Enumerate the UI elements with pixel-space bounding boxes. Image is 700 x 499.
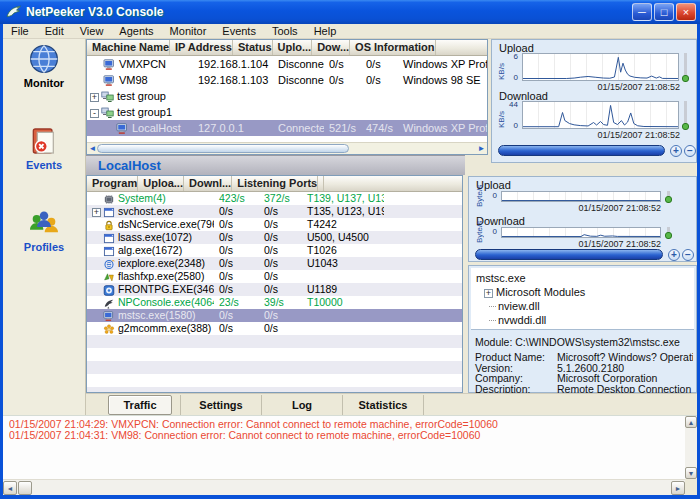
column-header[interactable]: Uploa... xyxy=(138,176,184,191)
column-header[interactable]: Uplo... xyxy=(273,40,313,55)
scroll-right-icon[interactable]: ► xyxy=(476,143,487,154)
host-upload-timestamp: 01/15/2007 21:08:52 xyxy=(533,203,661,213)
column-header[interactable]: OS Information xyxy=(350,40,435,55)
column-header[interactable]: Program xyxy=(87,176,138,191)
module-tree-root[interactable]: mstsc.exe xyxy=(476,271,694,285)
scroll-up-icon[interactable]: ▲ xyxy=(685,416,697,428)
sidebar: Monitor Events Profiles xyxy=(3,39,86,415)
program-row[interactable]: dsNcService.exe(796) 0/s 0/s T4242 xyxy=(87,218,462,231)
machine-table-hscrollbar[interactable]: ◄ ► xyxy=(87,142,487,154)
slider-thumb[interactable] xyxy=(682,123,689,130)
download-ymax-tick: 44 xyxy=(504,100,518,109)
column-header[interactable]: Listening Ports xyxy=(232,176,318,191)
zoom-out-icon[interactable]: − xyxy=(682,249,694,261)
menu-item[interactable]: File xyxy=(3,25,37,37)
slider-thumb[interactable] xyxy=(665,196,672,203)
scroll-down-icon[interactable]: ▼ xyxy=(685,467,697,479)
menu-item[interactable]: Monitor xyxy=(162,25,215,37)
scroll-left-icon[interactable]: ◄ xyxy=(3,481,17,495)
program-row[interactable]: g2mcomm.exe(388) 0/s 0/s xyxy=(87,322,462,335)
flower-icon xyxy=(103,324,115,335)
slider-thumb[interactable] xyxy=(665,232,672,239)
log-vscrollbar[interactable]: ▲ ▼ xyxy=(685,416,697,479)
program-row[interactable]: alg.exe(1672) 0/s 0/s T1026 xyxy=(87,244,462,257)
machine-row[interactable]: -test group1 xyxy=(87,104,487,120)
menu-item[interactable]: Tools xyxy=(264,25,306,37)
machine-row[interactable]: +test group xyxy=(87,88,487,104)
program-row[interactable]: iexplore.exe(2348) 0/s 0/s U1043 xyxy=(87,257,462,270)
menu-bar: FileEditViewAgentsMonitorEventsToolsHelp xyxy=(3,24,697,39)
module-tree: mstsc.exe +Microsoft Modules nview.dll n… xyxy=(471,268,694,330)
title-bar[interactable]: NetPeeker V3.0 Console ─ □ × xyxy=(0,0,700,24)
machine-table: Machine NameIP AddressStatusUplo...Dow..… xyxy=(86,39,488,155)
host-download-ymin-tick: 0 xyxy=(483,227,497,236)
menu-item[interactable]: Events xyxy=(214,25,264,37)
zoom-out-icon[interactable]: − xyxy=(684,145,696,157)
program-row[interactable]: NPConsole.exe(4064) 23/s 39/s T10000 xyxy=(87,296,462,309)
host-upload-chart-slider[interactable] xyxy=(667,191,670,202)
module-item[interactable]: nvwddi.dll xyxy=(476,313,694,327)
program-table: ProgramUploa...Downl...Listening Ports S… xyxy=(86,175,463,393)
time-range-scrollbar[interactable] xyxy=(475,249,663,260)
expander-icon[interactable]: + xyxy=(90,93,99,102)
module-item[interactable]: nview.dll xyxy=(476,299,694,313)
host-download-chart-slider[interactable] xyxy=(667,227,670,238)
zoom-in-icon[interactable]: + xyxy=(670,145,682,157)
program-row[interactable]: flashfxp.exe(2580) 0/s 0/s xyxy=(87,270,462,283)
column-header[interactable]: Status xyxy=(233,40,273,55)
program-row[interactable]: System(4) 423/s 372/s T139, U137, U138, … xyxy=(87,192,462,205)
globe-icon xyxy=(28,43,60,75)
menu-item[interactable]: Help xyxy=(306,25,345,37)
module-path: Module: C:\WINDOWS\system32\mstsc.exe xyxy=(475,336,693,348)
machine-row[interactable]: VMXPCN 192.168.1.104 Disconnec... 0/s 0/… xyxy=(87,56,487,72)
program-row[interactable]: mstsc.exe(1580) 0/s 0/s xyxy=(87,309,462,322)
minimize-icon[interactable]: ─ xyxy=(632,3,652,21)
download-chart-slider[interactable] xyxy=(684,101,687,129)
column-header[interactable] xyxy=(318,176,324,191)
window-title: NetPeeker V3.0 Console xyxy=(26,5,632,19)
frontpage-icon xyxy=(103,285,115,296)
time-range-scrollbar[interactable] xyxy=(498,145,665,156)
host-download-chart xyxy=(501,227,661,238)
upload-chart-slider[interactable] xyxy=(684,53,687,81)
log-hscrollbar[interactable]: ◄ ► xyxy=(3,479,685,495)
scrollbar-thumb[interactable] xyxy=(97,144,349,153)
sidebar-item[interactable]: Monitor xyxy=(24,43,64,89)
lock-icon xyxy=(103,220,115,231)
machine-row[interactable]: LocalHost 127.0.0.1 Connected 521/s 474/… xyxy=(87,120,487,136)
column-header[interactable]: IP Address xyxy=(170,40,233,55)
tab[interactable]: Statistics xyxy=(343,395,424,415)
sidebar-item[interactable]: Profiles xyxy=(24,207,64,253)
menu-item[interactable]: Edit xyxy=(37,25,72,37)
module-tree-group[interactable]: +Microsoft Modules xyxy=(476,285,694,299)
scrollbar-thumb[interactable] xyxy=(18,481,32,495)
download-chart xyxy=(522,101,679,129)
program-row[interactable]: FRONTPG.EXE(3460) 0/s 0/s U1189 xyxy=(87,283,462,296)
expander-icon[interactable]: - xyxy=(90,109,99,118)
program-row[interactable]: lsass.exe(1072) 0/s 0/s U500, U4500 xyxy=(87,231,462,244)
column-header[interactable]: Machine Name xyxy=(87,40,170,55)
program-row[interactable]: +svchost.exe 0/s 0/s T135, U123, U1900, … xyxy=(87,205,462,218)
zoom-in-icon[interactable]: + xyxy=(668,249,680,261)
host-download-timestamp: 01/15/2007 21:08:52 xyxy=(533,239,661,249)
tab[interactable]: Settings xyxy=(181,395,262,415)
scroll-right-icon[interactable]: ► xyxy=(671,481,685,495)
sidebar-item[interactable]: Events xyxy=(26,125,62,171)
menu-item[interactable]: Agents xyxy=(111,25,161,37)
slider-thumb[interactable] xyxy=(682,75,689,82)
machine-row[interactable]: VM98 192.168.1.103 Disconnec... 0/s 0/s … xyxy=(87,72,487,88)
scrollbar-corner xyxy=(685,479,697,495)
expander-icon[interactable]: + xyxy=(92,208,101,217)
tab[interactable]: Log xyxy=(262,395,343,415)
close-icon[interactable]: × xyxy=(676,3,696,21)
expander-icon[interactable]: + xyxy=(484,289,493,298)
download-ymin-tick: 0 xyxy=(504,121,518,130)
column-header[interactable]: Dow... xyxy=(312,40,350,55)
maximize-icon[interactable]: □ xyxy=(654,3,674,21)
group-icon xyxy=(101,91,114,103)
tab[interactable]: Traffic xyxy=(100,395,181,415)
menu-item[interactable]: View xyxy=(72,25,112,37)
machine-table-header: Machine NameIP AddressStatusUplo...Dow..… xyxy=(87,40,487,56)
column-header[interactable]: Downl... xyxy=(184,176,232,191)
tab-bar: Traffic Settings Log Statistics xyxy=(86,393,697,415)
